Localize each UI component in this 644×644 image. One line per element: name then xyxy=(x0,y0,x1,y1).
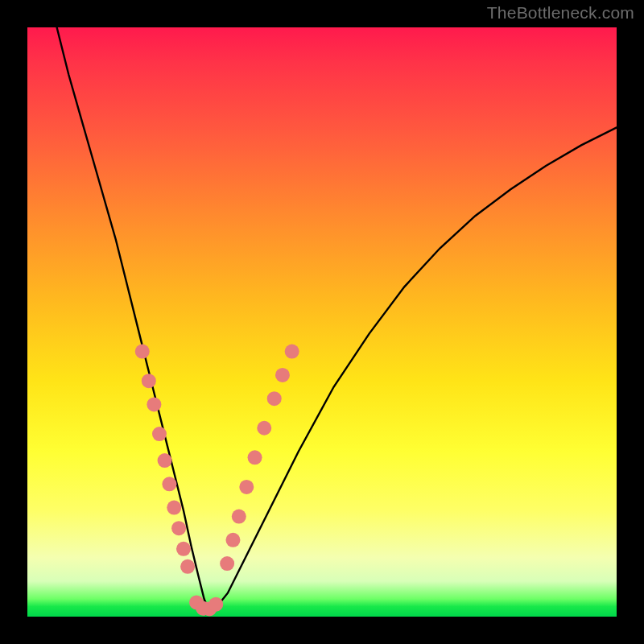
watermark-label: TheBottleneck.com xyxy=(487,3,634,23)
curve-dot xyxy=(158,453,172,468)
curve-dot xyxy=(152,427,167,441)
curve-dot xyxy=(220,556,234,571)
curve-dot xyxy=(239,480,254,494)
frame-left xyxy=(0,0,27,644)
curve-dot xyxy=(162,477,176,491)
curve-dot xyxy=(135,345,150,359)
chart-stage: TheBottleneck.com xyxy=(0,0,644,644)
curve-dot xyxy=(171,521,186,535)
frame-bottom xyxy=(0,617,644,644)
curve-svg xyxy=(27,27,617,617)
bottleneck-curve xyxy=(57,27,617,611)
curve-dot xyxy=(267,391,282,406)
curve-dot xyxy=(167,501,181,515)
curve-dot xyxy=(285,345,299,359)
curve-dot xyxy=(147,397,161,411)
curve-dot xyxy=(232,510,246,524)
plot-area xyxy=(27,27,617,617)
curve-dot xyxy=(142,374,156,388)
frame-right xyxy=(617,0,644,644)
curve-dot xyxy=(225,533,240,547)
highlight-dots xyxy=(135,345,299,617)
curve-dot xyxy=(208,597,223,612)
curve-dot xyxy=(275,368,290,382)
curve-dot xyxy=(180,559,195,574)
curve-dot xyxy=(176,542,191,556)
curve-dot xyxy=(257,421,271,436)
curve-dot xyxy=(248,450,262,464)
